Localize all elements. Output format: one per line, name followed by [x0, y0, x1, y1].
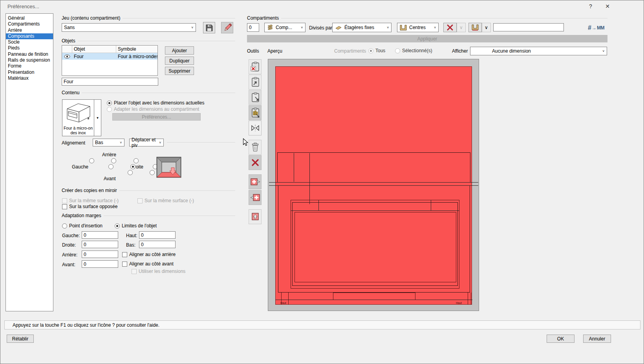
clipboard-copy-button[interactable] [249, 75, 262, 90]
sidebar-item-general[interactable]: Général [6, 15, 53, 21]
close-button[interactable]: ✕ [602, 2, 613, 11]
trash-button[interactable] [249, 140, 262, 155]
cb-meme-surface-2-label: Sur la même surface (-) [145, 198, 194, 203]
ok-button[interactable]: OK [547, 335, 574, 343]
eye-icon [64, 55, 70, 59]
radio-limites[interactable] [115, 223, 120, 229]
divider-value-input[interactable] [493, 23, 564, 31]
radio-selection-row[interactable]: Sélectionné(s) [395, 48, 432, 53]
section-compartiments: Compartiments [247, 15, 607, 21]
marge-bas-input[interactable] [139, 241, 176, 248]
clipboard-copy-icon [251, 77, 260, 88]
marge-avant-input[interactable] [82, 260, 118, 268]
radio-placer-label[interactable]: Placer l'objet avec les dimensions actue… [114, 100, 204, 106]
divider-options-button[interactable] [468, 23, 482, 32]
sidebar-item-panneau[interactable]: Panneau de finition [6, 51, 53, 57]
radio-placer-row[interactable]: Placer l'objet avec les dimensions actue… [107, 100, 204, 106]
cb-cote-arriere-label[interactable]: Aligner au côté arrière [129, 252, 176, 257]
mirror-button[interactable] [249, 121, 262, 135]
save-set-button[interactable] [203, 22, 215, 33]
mm-unit-label: MM [597, 25, 604, 31]
insert-up-button[interactable] [249, 209, 262, 224]
delete-compartment-button[interactable] [249, 155, 262, 170]
visibility-cell[interactable] [62, 55, 72, 59]
microwave-drawing-icon [64, 102, 92, 124]
divider-options-dropdown[interactable]: ∨ [482, 23, 491, 32]
anchor-radio-bl[interactable] [128, 170, 133, 175]
cb-cote-arriere-row[interactable]: Aligner au côté arrière [122, 252, 176, 257]
object-row-four[interactable]: Four Four à micro-ondes i... [62, 53, 157, 60]
hash-icon: # [588, 24, 591, 31]
sidebar-item-arriere[interactable]: Arrière [6, 27, 53, 33]
delete-object-button[interactable]: Supprimer [165, 67, 194, 75]
cabinet-preview[interactable]: Haut Haut [268, 59, 479, 311]
clipboard-paste-button[interactable] [249, 90, 262, 105]
afficher-dropdown[interactable]: Aucune dimension∨ [470, 47, 607, 55]
radio-limites-row[interactable]: Limites de l'objet [115, 223, 157, 229]
reset-button[interactable]: Rétablir [7, 335, 34, 343]
sidebar-item-pieds[interactable]: Pieds [6, 45, 53, 51]
clipboard-delete-button[interactable] [249, 59, 262, 74]
cabinet-line [269, 185, 478, 186]
marge-arriere-input[interactable] [82, 251, 118, 258]
thumbnail-dropdown-button[interactable]: ▼ [94, 100, 101, 136]
chevron-down-icon: ∨ [159, 141, 161, 144]
anchor-preview-box-icon [156, 157, 181, 178]
anchor-radio-tl[interactable] [89, 158, 94, 163]
radio-selection[interactable] [395, 48, 400, 53]
sidebar-item-presentation[interactable]: Présentation [6, 70, 53, 75]
radio-tous-row[interactable]: Tous [368, 48, 385, 53]
unit-toggle-button[interactable]: # → MM [588, 24, 604, 31]
radio-selection-label[interactable]: Sélectionné(s) [402, 48, 432, 53]
sidebar-item-forme[interactable]: Forme [6, 63, 53, 69]
anchor-radio-tc[interactable] [111, 158, 116, 163]
radio-tous[interactable] [368, 48, 373, 53]
sidebar-item-rails[interactable]: Rails de suspension [6, 57, 53, 63]
radio-limites-label[interactable]: Limites de l'objet [122, 223, 157, 229]
divider-type-dropdown[interactable]: Étagères fixes∨ [332, 23, 392, 32]
edit-set-button[interactable] [221, 22, 233, 33]
insert-right-button[interactable] [249, 174, 262, 189]
clipboard-paste-special-button[interactable] [249, 105, 262, 120]
measure-mode-dropdown[interactable]: Centres∨ [397, 23, 439, 32]
radio-tous-label[interactable]: Tous [375, 48, 385, 53]
compartment-type-dropdown[interactable]: Comp...∨ [264, 23, 306, 32]
marge-droite-input[interactable] [82, 241, 118, 248]
cb-surface-opposee[interactable] [62, 204, 67, 209]
alignement-position-dropdown[interactable]: Bas∨ [93, 139, 124, 146]
radio-point-insertion[interactable] [62, 223, 67, 229]
radio-point-insertion-row[interactable]: Point d'insertion [62, 223, 102, 229]
cb-cote-avant[interactable] [122, 262, 127, 267]
object-name-input[interactable] [62, 78, 158, 86]
radio-point-insertion-label[interactable]: Point d'insertion [69, 223, 102, 229]
cb-cote-avant-row[interactable]: Aligner au côté avant [122, 261, 174, 267]
caret-down-icon: ▼ [96, 116, 99, 120]
radio-placer[interactable] [107, 101, 112, 106]
insert-left-button[interactable] [249, 190, 262, 205]
clear-dividers-button[interactable] [443, 23, 457, 32]
sidebar-item-materiaux[interactable]: Matériaux [6, 75, 53, 81]
jeu-dropdown[interactable]: Sans∨ [62, 23, 196, 32]
sidebar-item-composants[interactable]: Composants [6, 33, 53, 39]
compartment-count-input[interactable] [247, 23, 259, 32]
marge-haut-input[interactable] [139, 231, 176, 239]
cb-surface-opposee-label[interactable]: Sur la surface opposée [69, 204, 117, 209]
marge-gauche-input[interactable] [82, 231, 118, 239]
cb-cote-avant-label[interactable]: Aligner au côté avant [129, 261, 174, 267]
anchor-radio-bc[interactable] [150, 170, 155, 175]
section-objets: Objets [62, 38, 235, 44]
add-object-button[interactable]: Ajouter [165, 46, 194, 55]
cb-cote-arriere[interactable] [122, 252, 127, 257]
duplicate-object-button[interactable]: Dupliquer [165, 57, 194, 65]
col-visible [62, 46, 72, 53]
cb-meme-surface-2-row: Sur la même surface (-) [137, 198, 194, 203]
sidebar-item-socle[interactable]: Socle [6, 39, 53, 45]
sidebar-item-compartiments[interactable]: Compartiments [6, 21, 53, 27]
cancel-button[interactable]: Annuler [583, 335, 611, 343]
alignement-mode-dropdown[interactable]: Déplacer et piv∨ [129, 139, 164, 146]
cb-surface-opposee-row[interactable]: Sur la surface opposée [62, 204, 117, 209]
anchor-radio-tr[interactable] [134, 158, 139, 163]
anchor-radio-ml[interactable] [108, 164, 113, 169]
help-button[interactable]: ? [585, 2, 596, 11]
section-jeu-label: Jeu (contenu compartiment) [62, 15, 120, 21]
